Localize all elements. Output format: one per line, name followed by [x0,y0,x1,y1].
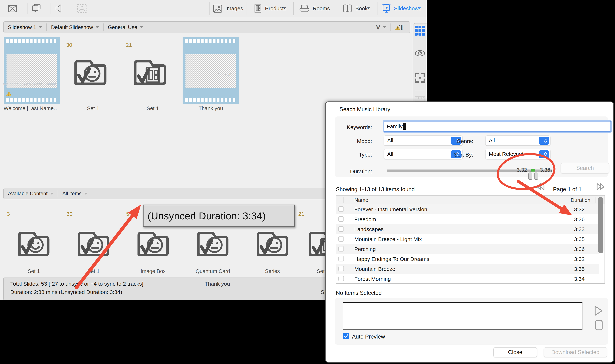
tab-slideshows-label: Slideshows [394,5,421,12]
dialog-title: Seach Music Library [340,106,390,113]
preview-stop-icon[interactable] [595,320,603,331]
duration-max-value: 3:36 [540,167,550,173]
row-checkbox[interactable] [338,226,344,232]
slideshow-select[interactable]: Slideshow 1 [8,24,42,30]
track-name: Forever - Instrumental Version [354,206,427,212]
thumb-label: Series [243,268,302,274]
duration-slider-track[interactable] [387,169,552,172]
search-form-panel: Keywords: Family Mood: All Genre: All Ty… [335,117,608,177]
row-checkbox[interactable] [338,216,344,222]
table-row[interactable]: Forever - Instrumental Version 3:32 [336,204,599,214]
tab-products-label: Products [265,5,286,12]
thumb-label: Thank you [183,105,239,111]
row-checkbox[interactable] [338,236,344,242]
keywords-label: Keywords: [336,124,372,130]
name-header[interactable]: Name [354,197,368,203]
projector-button[interactable] [30,3,43,14]
cut-off-label: Sl [321,289,326,295]
unsynced-duration-tooltip: (Unsynced Duration: 3:34) [143,205,295,227]
slide-count: 21 [126,42,132,48]
chevron-down-icon [383,26,386,28]
variant-select[interactable]: V [376,24,386,31]
table-header: Name Duration [336,195,604,204]
genre-select[interactable]: All [485,135,550,145]
general-use-select[interactable]: General Use [108,24,143,30]
results-summary: Showing 1-13 of 13 items found [336,186,415,193]
total-slides-text: Total Slides: 53 [-27 to unsync or +4 to… [10,281,143,287]
slide-thumb-welcome[interactable]: Welcome [...Last Name] Family [4,37,60,104]
table-row[interactable]: Happy Endings To Our Dreams 3:32 [336,254,599,264]
table-row[interactable]: Mountain Breeze 3:35 [336,264,599,274]
search-button[interactable]: Search [560,163,609,173]
thumb-label: Welcome [Last Name] Family ... [4,105,60,111]
available-content-select[interactable]: Available Content [8,191,53,196]
divider [27,3,27,14]
default-slideshow-select[interactable]: Default Slideshow [51,24,99,30]
set-folder-thumb[interactable] [72,54,109,89]
duration-max-handle[interactable] [534,171,538,180]
chevron-down-icon [50,193,53,195]
next-page-icon[interactable] [596,182,607,191]
available-content-label: Available Content [8,191,48,196]
email-button[interactable] [6,4,19,13]
content-folder-neutral[interactable] [196,226,230,260]
slide-thumb-thankyou[interactable]: Thank you [183,37,239,104]
tab-slideshows[interactable]: Slideshows [377,0,425,17]
content-folder-neutral[interactable] [136,226,170,260]
tab-books[interactable]: Books [336,0,377,17]
row-checkbox[interactable] [338,266,344,271]
content-folder-smile[interactable] [17,226,51,260]
close-button[interactable]: Close [493,347,537,357]
preview-button[interactable] [414,49,425,57]
all-items-select[interactable]: All items [62,191,87,196]
track-name: Perching [354,246,376,252]
row-checkbox[interactable] [338,256,344,261]
results-table: Name Duration Forever - Instrumental Ver… [336,195,605,284]
row-checkbox[interactable] [338,206,344,212]
keywords-input[interactable]: Family [384,121,611,132]
duration-header[interactable]: Duration [571,197,590,203]
sort-by-select[interactable]: Most Relevant [485,149,550,159]
selected-items-list[interactable] [343,302,582,329]
film-holes [6,98,57,102]
table-row[interactable]: Landscapes 3:33 [336,224,599,234]
audio-button[interactable] [53,3,66,14]
svg-text:T: T [399,23,404,32]
text-warning-button[interactable]: T [395,23,405,32]
table-scrollbar[interactable] [598,197,603,253]
speaker-icon [55,4,63,13]
tab-images[interactable]: Images [209,0,246,17]
tab-products[interactable]: Products [247,0,293,17]
preview-play-icon[interactable] [594,305,603,316]
previous-page-icon[interactable] [534,182,545,191]
table-row[interactable]: Perching 3:36 [336,244,599,254]
row-checkbox[interactable] [338,276,344,281]
content-folder-neutral[interactable] [255,226,290,260]
table-row[interactable]: Freedom 3:36 [336,214,599,224]
duration-min-handle[interactable] [528,171,532,180]
grid-view-button[interactable] [415,26,425,36]
track-name: Mountain Breeze - Light Mix [354,236,422,242]
duration-min-value: 3:32 [510,167,527,173]
slideshow-menubar: Slideshow 1 Default Slideshow General Us… [3,21,410,33]
layout-frame-button[interactable] [415,73,425,83]
content-folder-neutral[interactable] [76,226,111,260]
stepper-icon [539,137,549,145]
all-items-label: All items [62,191,82,196]
table-row[interactable]: Forest Morning 3:34 [336,274,599,284]
slideshow-select-label: Slideshow 1 [8,24,36,30]
tab-rooms[interactable]: Rooms [294,0,336,17]
page-indicator: Page 1 of 1 [553,186,582,193]
template-folder-thumb[interactable] [132,54,168,89]
table-row[interactable]: Mountain Breeze - Light Mix 3:35 [336,234,599,244]
image-placeholder-icon [77,4,87,13]
image-placeholder-button[interactable] [76,3,88,14]
auto-preview-checkbox[interactable] [343,333,349,339]
thumb-label: Set 1 [4,268,64,274]
row-checkbox[interactable] [338,246,344,251]
download-selected-button[interactable]: Download Selected [544,347,607,357]
envelope-icon [8,5,17,13]
divider [73,3,73,14]
divider [415,45,425,45]
track-duration: 3:35 [574,236,585,242]
